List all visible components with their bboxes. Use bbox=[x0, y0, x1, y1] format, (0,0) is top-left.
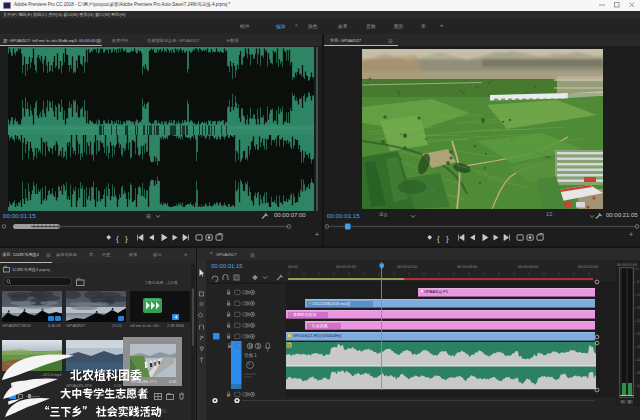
svg-text:-24: -24 bbox=[636, 319, 640, 323]
svg-text:-30: -30 bbox=[636, 332, 640, 336]
svg-text:-48: -48 bbox=[636, 371, 640, 375]
svg-text:}: } bbox=[446, 233, 449, 242]
svg-text:M: M bbox=[249, 344, 253, 349]
svg-text:0: 0 bbox=[636, 267, 638, 271]
svg-text:{: { bbox=[116, 233, 119, 242]
svg-text:-42: -42 bbox=[636, 358, 640, 362]
svg-text:-36: -36 bbox=[636, 345, 640, 349]
svg-text:音频 1: 音频 1 bbox=[244, 353, 257, 358]
svg-text:}: } bbox=[125, 233, 128, 242]
svg-text:-12: -12 bbox=[636, 293, 640, 297]
svg-text:-54: -54 bbox=[636, 384, 640, 388]
svg-text:{: { bbox=[437, 233, 440, 242]
svg-text:-6: -6 bbox=[636, 280, 639, 284]
svg-text:S: S bbox=[257, 344, 260, 349]
svg-text:-18: -18 bbox=[636, 306, 640, 310]
